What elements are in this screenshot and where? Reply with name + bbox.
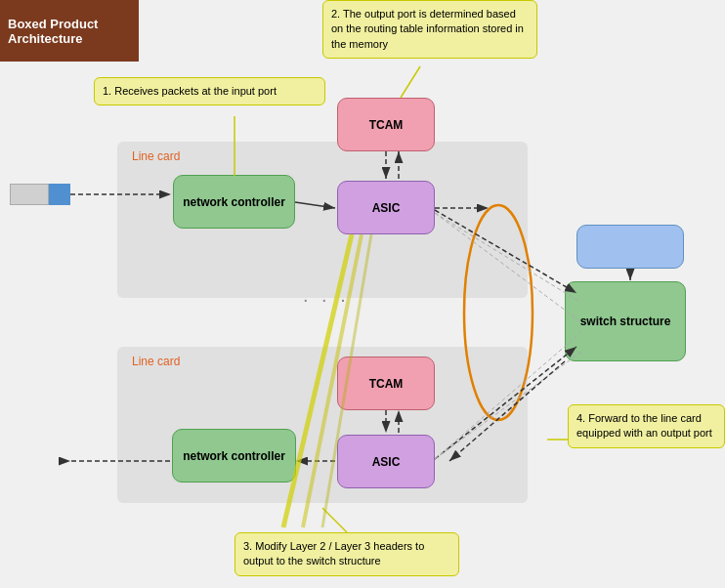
callout-1-text: 1. Receives packets at the input port: [103, 85, 277, 97]
dots-separator: · · ·: [303, 288, 350, 311]
callout-3: 3. Modify Layer 2 / Layer 3 headers to o…: [235, 532, 459, 576]
title-box: Boxed Product Architecture: [0, 0, 139, 62]
packet-blue-top: [49, 184, 70, 205]
asic-bottom: ASIC: [337, 435, 435, 488]
netctrl-top: network controller: [173, 175, 295, 229]
callout-2: 2. The output port is determined based o…: [322, 0, 537, 59]
netctrl-bottom: network controller: [172, 429, 296, 483]
packet-gray-top: [10, 184, 49, 205]
switch-structure: switch structure: [565, 281, 686, 361]
svg-line-5: [322, 508, 347, 532]
callout-4: 4. Forward to the line card equipped wit…: [568, 404, 725, 448]
callout-3-text: 3. Modify Layer 2 / Layer 3 headers to o…: [243, 540, 424, 567]
linecard-label-top: Line card: [132, 149, 180, 163]
callout-2-text: 2. The output port is determined based o…: [331, 8, 524, 50]
svg-line-4: [401, 66, 420, 98]
tcam-top: TCAM: [337, 98, 435, 151]
linecard-label-bottom: Line card: [132, 355, 180, 368]
tcam-bottom: TCAM: [337, 357, 435, 410]
callout-1: 1. Receives packets at the input port: [94, 77, 325, 105]
callout-4-text: 4. Forward to the line card equipped wit…: [576, 412, 712, 439]
asic-top: ASIC: [337, 181, 435, 234]
blue-box: [576, 225, 684, 269]
title-text: Boxed Product Architecture: [8, 17, 131, 46]
